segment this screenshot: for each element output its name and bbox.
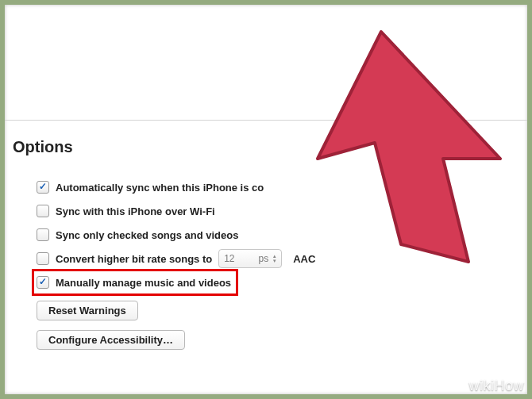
options-section: Options Automatically sync when this iPh…	[5, 121, 527, 350]
options-list: Automatically sync when this iPhone is c…	[37, 175, 527, 294]
option-wifi-sync[interactable]: Sync with this iPhone over Wi-Fi	[37, 199, 527, 223]
label-wifi-sync: Sync with this iPhone over Wi-Fi	[56, 205, 215, 217]
checkbox-manual-manage[interactable]	[37, 276, 49, 289]
reset-warnings-button[interactable]: Reset Warnings	[37, 301, 138, 320]
option-checked-only[interactable]: Sync only checked songs and videos	[37, 223, 527, 247]
checkbox-convert-bitrate[interactable]	[37, 252, 49, 265]
option-auto-sync[interactable]: Automatically sync when this iPhone is c…	[37, 175, 527, 199]
options-heading: Options	[13, 138, 527, 156]
stepper-icon: ▴▾	[273, 254, 276, 263]
label-auto-sync: Automatically sync when this iPhone is c…	[56, 182, 264, 194]
settings-window: Options Automatically sync when this iPh…	[5, 5, 527, 394]
option-convert-bitrate[interactable]: Convert higher bit rate songs to 12 ps ▴…	[37, 247, 527, 270]
watermark-how: How	[494, 378, 524, 393]
bitrate-value: 12 ps	[224, 253, 268, 264]
checkbox-checked-only[interactable]	[37, 228, 49, 241]
upper-panel	[5, 5, 527, 121]
bitrate-select[interactable]: 12 ps ▴▾	[218, 249, 282, 268]
configure-accessibility-button[interactable]: Configure Accessibility…	[37, 330, 185, 350]
highlight-box: Manually manage music and videos	[32, 269, 238, 296]
watermark: wikiHow	[468, 378, 524, 394]
label-checked-only: Sync only checked songs and videos	[56, 229, 238, 241]
checkbox-auto-sync[interactable]	[37, 181, 49, 194]
watermark-wiki: wiki	[468, 378, 494, 393]
codec-label: AAC	[293, 253, 315, 265]
label-manual-manage: Manually manage music and videos	[56, 277, 231, 289]
option-manual-manage[interactable]: Manually manage music and videos	[37, 270, 527, 294]
label-convert-bitrate: Convert higher bit rate songs to	[56, 253, 212, 265]
checkbox-wifi-sync[interactable]	[37, 205, 49, 217]
